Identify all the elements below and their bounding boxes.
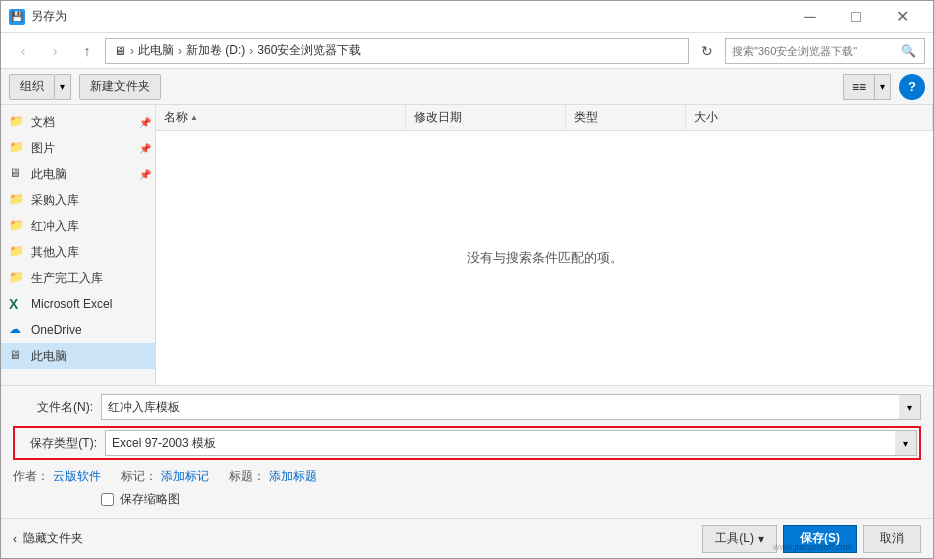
- sidebar-item-caigou[interactable]: 📁 采购入库: [1, 187, 155, 213]
- forward-button[interactable]: ›: [41, 37, 69, 65]
- title-value[interactable]: 添加标题: [269, 468, 317, 485]
- breadcrumb-item-1[interactable]: 此电脑: [138, 42, 174, 59]
- title-label: 标题：: [229, 468, 265, 485]
- tag-label: 标记：: [121, 468, 157, 485]
- sidebar-item-qita[interactable]: 📁 其他入库: [1, 239, 155, 265]
- title-item: 标题： 添加标题: [229, 468, 317, 485]
- col-header-name[interactable]: 名称 ▲: [156, 105, 406, 130]
- filename-input-container: ▾: [101, 394, 921, 420]
- title-controls: ─ □ ✕: [787, 1, 925, 33]
- folder-icon: 📁: [9, 270, 25, 286]
- sidebar-label-thispc-top: 此电脑: [31, 166, 67, 183]
- tag-item: 标记： 添加标记: [121, 468, 209, 485]
- filetype-input-container: ▾: [105, 430, 917, 456]
- search-icon[interactable]: 🔍: [900, 41, 918, 61]
- save-as-dialog: 💾 另存为 ─ □ ✕ ‹ › ↑ 🖥 › 此电脑 › 新加卷 (D:) › 3…: [0, 0, 934, 559]
- cancel-button[interactable]: 取消: [863, 525, 921, 553]
- sidebar-item-shengchan[interactable]: 📁 生产完工入库: [1, 265, 155, 291]
- filename-input[interactable]: [101, 394, 921, 420]
- folder-icon: 📁: [9, 140, 25, 156]
- thumbnail-label[interactable]: 保存缩略图: [120, 491, 180, 508]
- maximize-button[interactable]: □: [833, 1, 879, 33]
- hide-folder-button[interactable]: ‹ 隐藏文件夹: [13, 530, 83, 547]
- refresh-button[interactable]: ↻: [693, 37, 721, 65]
- author-item: 作者： 云版软件: [13, 468, 101, 485]
- new-folder-button[interactable]: 新建文件夹: [79, 74, 161, 100]
- tools-dropdown: 工具(L) ▾: [702, 525, 777, 553]
- sidebar-label-shengchan: 生产完工入库: [31, 270, 103, 287]
- author-value[interactable]: 云版软件: [53, 468, 101, 485]
- sidebar-label-thispc: 此电脑: [31, 348, 67, 365]
- view-button[interactable]: ≡≡: [843, 74, 875, 100]
- bottom-form: 文件名(N): ▾ 保存类型(T): ▾ 作者： 云版软件 标记： 添加标记: [1, 385, 933, 518]
- sidebar-label-qita: 其他入库: [31, 244, 79, 261]
- pc-icon: 🖥: [9, 166, 25, 182]
- filetype-dropdown-arrow[interactable]: ▾: [895, 430, 917, 456]
- close-button[interactable]: ✕: [879, 1, 925, 33]
- breadcrumb[interactable]: 🖥 › 此电脑 › 新加卷 (D:) › 360安全浏览器下载: [105, 38, 689, 64]
- organize-dropdown-arrow[interactable]: ▾: [55, 74, 71, 100]
- sidebar: 📁 文档 📌 📁 图片 📌 🖥 此电脑 📌 📁 采购入库: [1, 105, 156, 385]
- author-label: 作者：: [13, 468, 49, 485]
- main-content: 📁 文档 📌 📁 图片 📌 🖥 此电脑 📌 📁 采购入库: [1, 105, 933, 385]
- view-icon: ≡≡: [852, 80, 866, 94]
- file-area: 名称 ▲ 修改日期 类型 大小 没有与搜索条件匹配的项。: [156, 105, 933, 385]
- watermark: www.jtanpusoft.com: [773, 542, 853, 552]
- pc-icon: 🖥: [9, 348, 25, 364]
- breadcrumb-home-icon: 🖥: [114, 44, 126, 58]
- sidebar-item-onedrive[interactable]: ☁ OneDrive: [1, 317, 155, 343]
- col-header-size[interactable]: 大小: [686, 105, 933, 130]
- title-bar-left: 💾 另存为: [9, 8, 67, 25]
- tools-label[interactable]: 工具(L): [715, 530, 754, 547]
- up-button[interactable]: ↑: [73, 37, 101, 65]
- cancel-button-label: 取消: [880, 530, 904, 547]
- tools-dropdown-arrow[interactable]: ▾: [758, 532, 764, 546]
- onedrive-icon: ☁: [9, 322, 25, 338]
- back-button[interactable]: ‹: [9, 37, 37, 65]
- filename-dropdown-arrow[interactable]: ▾: [899, 394, 921, 420]
- sidebar-item-hongchong[interactable]: 📁 红冲入库: [1, 213, 155, 239]
- thumbnail-checkbox-row: 保存缩略图: [13, 489, 921, 510]
- file-list-header: 名称 ▲ 修改日期 类型 大小: [156, 105, 933, 131]
- filetype-row: 保存类型(T): ▾: [13, 426, 921, 460]
- folder-icon: 📁: [9, 244, 25, 260]
- sidebar-label-onedrive: OneDrive: [31, 323, 82, 337]
- pin-icon: 📌: [139, 117, 151, 128]
- view-dropdown-arrow[interactable]: ▾: [875, 74, 891, 100]
- title-bar: 💾 另存为 ─ □ ✕: [1, 1, 933, 33]
- empty-message: 没有与搜索条件匹配的项。: [467, 249, 623, 267]
- organize-button[interactable]: 组织: [9, 74, 55, 100]
- folder-icon: 📁: [9, 114, 25, 130]
- help-button[interactable]: ?: [899, 74, 925, 100]
- filetype-label: 保存类型(T):: [17, 435, 97, 452]
- thumbnail-checkbox[interactable]: [101, 493, 114, 506]
- col-header-type[interactable]: 类型: [566, 105, 686, 130]
- filename-label: 文件名(N):: [13, 399, 93, 416]
- navigation-bar: ‹ › ↑ 🖥 › 此电脑 › 新加卷 (D:) › 360安全浏览器下载 ↻ …: [1, 33, 933, 69]
- sidebar-item-pictures[interactable]: 📁 图片 📌: [1, 135, 155, 161]
- sidebar-item-thispc-top[interactable]: 🖥 此电脑 📌: [1, 161, 155, 187]
- sidebar-item-documents[interactable]: 📁 文档 📌: [1, 109, 155, 135]
- search-box: 🔍: [725, 38, 925, 64]
- breadcrumb-item-2[interactable]: 新加卷 (D:): [186, 42, 245, 59]
- hide-folder-label: 隐藏文件夹: [23, 530, 83, 547]
- sidebar-label-caigou: 采购入库: [31, 192, 79, 209]
- col-header-date[interactable]: 修改日期: [406, 105, 566, 130]
- search-input[interactable]: [732, 45, 900, 57]
- minimize-button[interactable]: ─: [787, 1, 833, 33]
- sidebar-label-excel: Microsoft Excel: [31, 297, 112, 311]
- pin-icon: 📌: [139, 143, 151, 154]
- file-list-body: 没有与搜索条件匹配的项。: [156, 131, 933, 385]
- tag-value[interactable]: 添加标记: [161, 468, 209, 485]
- sidebar-item-excel[interactable]: X Microsoft Excel: [1, 291, 155, 317]
- sidebar-item-thispc[interactable]: 🖥 此电脑: [1, 343, 155, 369]
- sort-arrow-name: ▲: [190, 113, 198, 122]
- chevron-left-icon: ‹: [13, 532, 17, 546]
- organize-dropdown: 组织 ▾: [9, 74, 71, 100]
- dialog-title: 另存为: [31, 8, 67, 25]
- dialog-icon: 💾: [9, 9, 25, 25]
- breadcrumb-item-3[interactable]: 360安全浏览器下载: [257, 42, 361, 59]
- folder-icon: 📁: [9, 218, 25, 234]
- sidebar-label-documents: 文档: [31, 114, 55, 131]
- filetype-input[interactable]: [105, 430, 917, 456]
